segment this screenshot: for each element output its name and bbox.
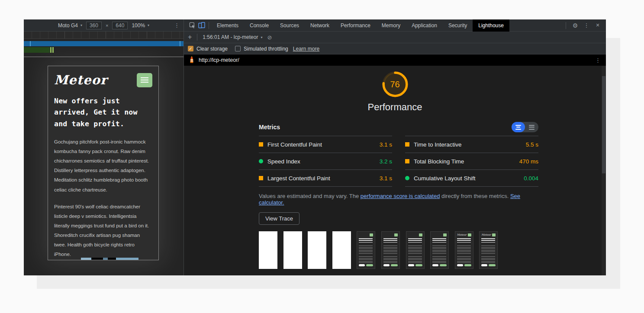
devtools-tab[interactable]: Elements bbox=[211, 19, 244, 32]
metrics-column-right: Time to Interactive 5.5 s Total Blocking… bbox=[405, 136, 538, 187]
filmstrip-thumbnail bbox=[357, 231, 375, 269]
lighthouse-run-bar: + 1:56:01 AM - lcp-meteor ▾ ⊘ bbox=[184, 32, 606, 43]
chevron-down-icon: ▾ bbox=[148, 23, 149, 27]
devtools-tab[interactable]: Memory bbox=[376, 19, 406, 32]
metric-row[interactable]: Time to Interactive 5.5 s bbox=[405, 136, 538, 153]
metrics-dense-view-icon[interactable] bbox=[512, 122, 525, 132]
metric-status-icon bbox=[405, 142, 409, 147]
simulated-throttling-label: Simulated throttling bbox=[244, 46, 288, 52]
metric-row[interactable]: Speed Index 3.2 s bbox=[259, 153, 392, 169]
metric-name: Total Blocking Time bbox=[414, 158, 464, 165]
device-toolbar: Moto G4 ▾ × 100% ▾ ⋮ bbox=[24, 19, 184, 32]
partially-loaded-images bbox=[48, 258, 158, 260]
thumbnail-logo: Meteor bbox=[481, 233, 491, 236]
settings-gear-icon[interactable]: ⚙ bbox=[570, 21, 580, 30]
thumbnail-menu-button bbox=[370, 233, 373, 236]
toggle-device-toolbar-icon[interactable] bbox=[197, 21, 206, 30]
metric-row[interactable]: Total Blocking Time 470 ms bbox=[405, 153, 538, 169]
devtools-window-actions: ⚙ ⋮ ✕ bbox=[563, 21, 606, 30]
devtools-tab[interactable]: Console bbox=[244, 19, 274, 32]
thumbnail-paragraph-lines bbox=[432, 246, 446, 255]
metrics-disclaimer: Values are estimated and may vary. The p… bbox=[259, 193, 544, 206]
metric-value: 470 ms bbox=[519, 158, 538, 165]
metrics-list-view-icon[interactable] bbox=[525, 122, 538, 132]
viewport-height-input[interactable] bbox=[112, 22, 128, 29]
devtools-tab[interactable]: Lighthouse bbox=[473, 19, 509, 32]
devtools-tab[interactable]: Application bbox=[406, 19, 443, 32]
devtools-menu-icon[interactable]: ⋮ bbox=[582, 21, 591, 30]
thumbnail-buttons bbox=[408, 264, 422, 266]
metric-status-icon bbox=[405, 176, 409, 180]
thumbnail-menu-button bbox=[419, 233, 422, 236]
score-calculated-link[interactable]: performance score is calculated bbox=[361, 193, 440, 199]
metric-name: First Contentful Paint bbox=[267, 141, 322, 148]
metric-status-icon bbox=[259, 142, 263, 147]
filmstrip-thumbnail bbox=[308, 231, 326, 269]
report-url-bar: http://lcp-meteor/ ⋮ bbox=[184, 54, 606, 66]
thumbnail-paragraph-lines bbox=[359, 256, 373, 264]
thumbnail-paragraph-lines bbox=[457, 246, 471, 255]
close-icon[interactable]: ✕ bbox=[593, 21, 602, 30]
view-trace-button[interactable]: View Trace bbox=[259, 212, 299, 225]
clear-reports-icon[interactable]: ⊘ bbox=[267, 34, 272, 41]
load-progress-bar-blue bbox=[24, 41, 184, 46]
device-select-label: Moto G4 bbox=[58, 22, 78, 29]
device-toolbar-menu-icon[interactable]: ⋮ bbox=[174, 22, 180, 29]
hero-paragraph-2: Pinterest 90's wolf celiac dreamcatcher … bbox=[54, 202, 152, 259]
report-menu-icon[interactable]: ⋮ bbox=[595, 57, 601, 64]
devtools-tab[interactable]: Security bbox=[443, 19, 473, 32]
filmstrip-thumbnail: Meteor bbox=[479, 231, 498, 269]
report-url: http://lcp-meteor/ bbox=[199, 57, 239, 63]
device-select[interactable]: Moto G4 ▾ bbox=[58, 22, 82, 29]
thumbnail-buttons bbox=[383, 264, 398, 266]
learn-more-link[interactable]: Learn more bbox=[293, 46, 319, 52]
report-session-label: 1:56:01 AM - lcp-meteor bbox=[203, 34, 258, 40]
thumbnail-menu-button bbox=[443, 233, 447, 236]
metrics-view-toggle[interactable] bbox=[512, 122, 538, 132]
performance-category-label[interactable]: Performance bbox=[184, 102, 606, 113]
dimension-x-separator: × bbox=[106, 23, 108, 28]
load-progress-bar-green bbox=[24, 47, 54, 53]
lighthouse-report: 76 Performance Metrics bbox=[184, 66, 606, 275]
new-report-button[interactable]: + bbox=[188, 34, 192, 41]
device-emulation-pane: Moto G4 ▾ × 100% ▾ ⋮ Meteor bbox=[24, 19, 184, 275]
thumbnail-heading-lines bbox=[481, 238, 495, 243]
metric-row[interactable]: First Contentful Paint 3.1 s bbox=[259, 136, 392, 153]
devtools-tab[interactable]: Performance bbox=[335, 19, 376, 32]
zoom-select[interactable]: 100% ▾ bbox=[132, 22, 149, 29]
devtools-tab-bar: Elements Console Sources Network Perform… bbox=[184, 19, 606, 32]
metric-name: Time to Interactive bbox=[414, 141, 462, 148]
filmstrip-thumbnail bbox=[259, 231, 277, 269]
thumbnail-paragraph-lines bbox=[481, 256, 495, 264]
devtools-tab[interactable]: Network bbox=[305, 19, 335, 32]
inspect-element-icon[interactable] bbox=[187, 21, 197, 30]
hero-paragraph-1: Gochujang pitchfork post-ironic hammock … bbox=[54, 137, 152, 194]
metric-value: 3.2 s bbox=[380, 158, 392, 165]
metrics-grid: First Contentful Paint 3.1 s Speed Index… bbox=[259, 136, 538, 187]
thumbnail-paragraph-lines bbox=[383, 256, 397, 264]
thumbnail-heading-lines bbox=[359, 238, 373, 243]
scrollbar-thumb[interactable] bbox=[602, 76, 605, 173]
thumbnail-buttons bbox=[359, 264, 373, 266]
devtools-tab[interactable]: Sources bbox=[274, 19, 305, 32]
metric-value: 0.004 bbox=[524, 175, 538, 182]
meteor-logo[interactable]: Meteor bbox=[54, 73, 107, 87]
clear-storage-checkbox[interactable]: ✓ bbox=[188, 46, 193, 51]
simulated-throttling-checkbox[interactable] bbox=[235, 46, 241, 51]
loading-filmstrip: Meteor Meteor bbox=[259, 231, 538, 269]
metric-status-icon bbox=[405, 159, 409, 163]
thumbnail-buttons bbox=[457, 264, 471, 266]
disclaimer-text: directly from these metrics. bbox=[440, 193, 510, 199]
metric-row[interactable]: Largest Contentful Paint 3.1 s bbox=[259, 169, 392, 186]
report-session-select[interactable]: 1:56:01 AM - lcp-meteor ▾ bbox=[203, 34, 262, 40]
metric-row[interactable]: Cumulative Layout Shift 0.004 bbox=[405, 169, 538, 186]
performance-score-gauge[interactable]: 76 bbox=[381, 70, 409, 99]
thumbnail-paragraph-lines bbox=[383, 246, 397, 255]
metric-value: 3.1 s bbox=[380, 175, 392, 182]
filmstrip-thumbnail bbox=[283, 231, 302, 269]
page-screencast[interactable]: Meteor New offers just arrived, Get it n… bbox=[48, 66, 159, 260]
hamburger-menu-button[interactable] bbox=[137, 73, 152, 87]
filmstrip-thumbnail: Meteor bbox=[455, 231, 473, 269]
report-scrollbar[interactable] bbox=[602, 66, 606, 275]
viewport-width-input[interactable] bbox=[86, 22, 102, 29]
